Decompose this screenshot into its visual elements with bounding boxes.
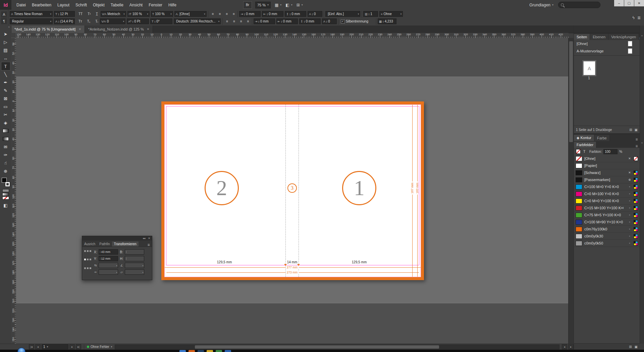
constrain-icon[interactable]: ∞ (94, 270, 97, 274)
free-transform-tool[interactable]: ◈ (1, 119, 10, 127)
vertical-ruler[interactable]: 6050403020100102030405060708090100110120… (11, 38, 16, 344)
rectangle-tool[interactable]: ▭ (1, 102, 10, 111)
hand-tool[interactable]: ☝ (1, 159, 10, 167)
dropdown-arrow-icon[interactable] (123, 13, 125, 15)
control-field[interactable] (376, 18, 376, 25)
stepper-arrows[interactable] (304, 20, 305, 23)
swatch-row[interactable]: [Ohne] ✕ (574, 155, 640, 162)
control-field[interactable]: ≡ Ohne (379, 11, 403, 17)
note-tool[interactable]: ✉ (1, 143, 10, 151)
selection-tool[interactable]: ➤ (1, 30, 10, 38)
delete-swatch-icon[interactable]: ▣ (635, 345, 638, 349)
gradient-swatch-tool[interactable] (1, 127, 10, 135)
control-field[interactable]: ▦ 4,233 (378, 18, 396, 24)
direct-selection-tool[interactable]: ▷ (1, 38, 10, 46)
flip-icon[interactable]: ⇆ (94, 264, 97, 267)
control-field[interactable]: V⁄A 0 (100, 18, 125, 24)
swatch-row[interactable]: c0m0y0k50 ▫ (574, 240, 640, 247)
pen-tool[interactable]: ✒ (1, 78, 10, 86)
master-page-row[interactable]: A-Mustervorlage (574, 47, 640, 55)
paragraph-mode-button[interactable]: ¶ (1, 18, 7, 24)
bridge-button[interactable]: Br (243, 1, 252, 9)
zoom-level-select[interactable]: 75 % (255, 2, 271, 8)
gradient-feather-tool[interactable] (1, 135, 10, 143)
swatch-row[interactable]: C=15 M=100 Y=100 K=0 ▫ (574, 205, 640, 212)
control-field[interactable]: T 0° (150, 18, 172, 24)
control-field[interactable]: ⇤ 0 mm (262, 11, 283, 17)
control-field[interactable]: ≡ (217, 11, 222, 17)
control-field[interactable]: ↥ 0 mm (285, 11, 306, 17)
stepper-arrows[interactable] (244, 13, 245, 15)
close-button[interactable]: ✕ (634, 0, 644, 6)
character-mode-button[interactable]: A (1, 11, 7, 17)
dropdown-arrow-icon[interactable] (400, 13, 402, 15)
dropdown-arrow-icon[interactable] (170, 13, 172, 15)
preflight-status[interactable]: Ohne Fehler (87, 345, 112, 349)
first-page-button[interactable]: |◂ (29, 344, 34, 349)
apply-gradient-button[interactable] (2, 193, 9, 196)
panel-collapse-icon[interactable]: ◂◂ (143, 237, 145, 240)
taskbar-app-icon[interactable] (225, 350, 231, 352)
tab-close-icon[interactable]: ✕ (78, 28, 81, 31)
screen-mode-toggle[interactable]: ◧ (3, 203, 7, 208)
control-field[interactable]: IT 100 % (127, 11, 150, 17)
rotation-field[interactable] (125, 263, 144, 268)
workspace-switcher[interactable]: Grundlagen (529, 3, 553, 7)
apply-none-button[interactable] (2, 196, 9, 200)
control-field[interactable] (208, 11, 208, 17)
control-field[interactable]: T₁ (85, 18, 92, 24)
horizontal-scrollbar[interactable] (115, 345, 559, 349)
control-field[interactable]: T¹ (85, 11, 92, 17)
control-field[interactable]: ≡ (238, 18, 244, 24)
stroke-swatch[interactable] (5, 182, 10, 186)
toolbar-collapse-icon[interactable]: » (0, 26, 11, 30)
menu-item[interactable]: Layout (54, 3, 72, 7)
control-field[interactable]: T̶ (93, 18, 99, 24)
stepper-arrows[interactable] (58, 13, 59, 15)
dropdown-arrow-icon[interactable] (358, 13, 359, 15)
dropdown-arrow-icon[interactable] (218, 20, 220, 23)
transform-panel-tab[interactable]: Ausrich (82, 241, 97, 247)
fill-stroke-proxy[interactable] (2, 178, 10, 186)
swatch-row[interactable]: c0m76y100k0 ▫ (574, 226, 640, 233)
type-tool[interactable]: T (1, 62, 10, 70)
eyedropper-tool[interactable]: ✑ (1, 151, 10, 159)
panel-close-icon[interactable]: ✕ (148, 237, 150, 240)
dropdown-arrow-icon[interactable] (50, 20, 51, 23)
scale-y-field[interactable] (99, 269, 118, 275)
zoom-tool[interactable]: ⊕ (1, 167, 10, 175)
stepper-arrows[interactable] (383, 20, 384, 23)
stepper-arrows[interactable] (132, 20, 133, 23)
swatch-row[interactable]: C=100 M=90 Y=10 K=0 ▫ (574, 219, 640, 226)
apply-color-button[interactable] (2, 189, 9, 192)
panel-menu-icon[interactable]: ≣ (635, 144, 640, 148)
panel-menu-icon[interactable]: ≣ (635, 138, 640, 141)
control-field[interactable]: Tᴛ (76, 18, 84, 24)
swatch-row[interactable]: [Papier] (574, 162, 640, 169)
panel-number-circle-3[interactable]: 3 (287, 183, 297, 193)
swatch-row[interactable]: C=0 M=0 Y=100 K=0 ▫ (574, 197, 640, 205)
menu-item[interactable]: Bearbeiten (29, 3, 54, 7)
taskbar-app-icon[interactable] (179, 350, 186, 352)
swatch-row[interactable]: C=100 M=0 Y=0 K=0 ▫ (574, 183, 640, 190)
page-thumbnail[interactable]: A (583, 61, 595, 75)
maximize-button[interactable]: ▢ (624, 0, 634, 6)
width-field[interactable] (125, 249, 144, 255)
previous-page-button[interactable]: ◂ (35, 344, 41, 349)
document-canvas[interactable]: 2 3 1 129,5 mm 14 mm 129,5 mm 277 mm 273… (16, 38, 569, 344)
scroll-left-button[interactable]: ◂ (562, 344, 567, 349)
control-field[interactable]: Deutsch: 2006 Rechtsch... (174, 18, 221, 24)
dock-panel-tab[interactable]: Farbe (594, 135, 610, 141)
control-field[interactable]: TT (76, 11, 84, 17)
dock-expand-icon[interactable]: » (641, 34, 643, 37)
control-field[interactable]: ↧ 0 mm (299, 18, 321, 24)
control-field[interactable]: ≡ (210, 11, 215, 17)
taskbar-app-icon[interactable] (216, 350, 222, 352)
dropdown-arrow-icon[interactable] (147, 13, 148, 15)
quick-apply-icon[interactable]: ϟ (633, 15, 635, 20)
menu-item[interactable]: Schrift (72, 3, 90, 7)
gap-tool[interactable]: ↔ (1, 54, 10, 62)
control-field[interactable] (252, 18, 252, 25)
swatch-row[interactable]: C=0 M=100 Y=0 K=0 ▫ (574, 190, 640, 197)
stepper-arrows[interactable] (267, 13, 268, 15)
